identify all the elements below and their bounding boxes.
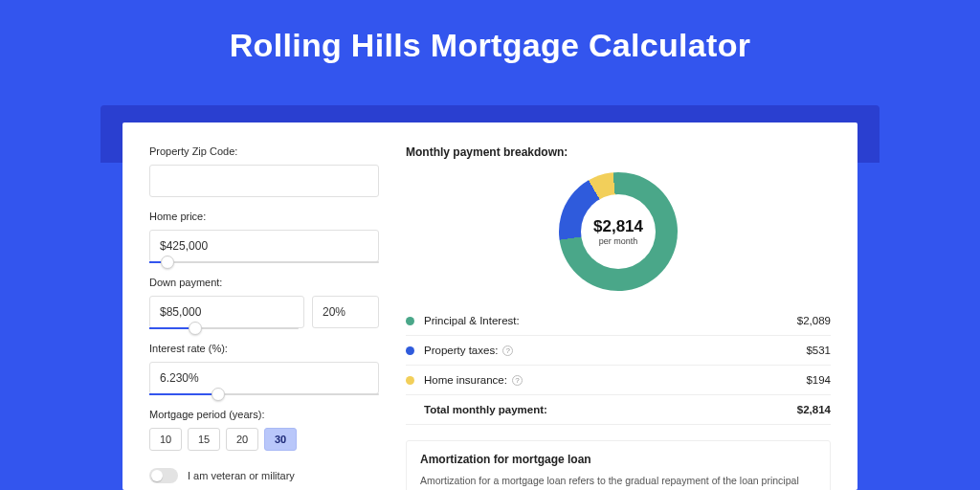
breakdown-title: Monthly payment breakdown:: [406, 145, 831, 159]
field-mortgage-period: Mortgage period (years): 10 15 20 30: [149, 409, 379, 451]
field-zip: Property Zip Code:: [149, 145, 379, 197]
donut-center-sub: per month: [599, 236, 638, 246]
legend-label: Principal & Interest:: [424, 315, 797, 326]
period-option-15[interactable]: 15: [188, 428, 220, 451]
legend-text: Home insurance:: [424, 374, 507, 386]
period-option-20[interactable]: 20: [226, 428, 258, 451]
legend-home-insurance: Home insurance: ? $194: [406, 366, 831, 395]
home-price-slider-thumb[interactable]: [161, 256, 174, 269]
page-title: Rolling Hills Mortgage Calculator: [0, 0, 980, 83]
interest-rate-slider-thumb[interactable]: [212, 388, 225, 401]
period-option-30[interactable]: 30: [264, 428, 297, 451]
period-option-10[interactable]: 10: [149, 428, 182, 451]
info-icon[interactable]: ?: [512, 375, 523, 386]
legend-label: Property taxes: ?: [424, 345, 806, 356]
legend-amount: $2,089: [797, 315, 831, 326]
legend-total-label: Total monthly payment:: [424, 404, 797, 415]
legend-total: Total monthly payment: $2,814: [406, 395, 831, 425]
down-payment-slider[interactable]: [149, 327, 299, 329]
interest-rate-slider[interactable]: [149, 393, 379, 395]
home-price-slider[interactable]: [149, 261, 379, 263]
home-price-input[interactable]: [149, 230, 379, 262]
legend-principal-interest: Principal & Interest: $2,089: [406, 306, 831, 336]
breakdown-column: Monthly payment breakdown: $2,814 per mo…: [406, 145, 831, 490]
field-home-price: Home price:: [149, 211, 379, 263]
amortization-box: Amortization for mortgage loan Amortizat…: [406, 440, 831, 490]
zip-label: Property Zip Code:: [149, 145, 379, 157]
legend-text: Property taxes:: [424, 345, 498, 356]
amortization-body: Amortization for a mortgage loan refers …: [420, 474, 816, 490]
field-interest-rate: Interest rate (%):: [149, 343, 379, 395]
interest-rate-label: Interest rate (%):: [149, 343, 379, 354]
veteran-label: I am veteran or military: [188, 470, 295, 481]
dot-icon: [406, 346, 414, 355]
mortgage-period-options: 10 15 20 30: [149, 428, 379, 451]
dot-icon: [406, 317, 414, 325]
donut-ring: $2,814 per month: [537, 150, 699, 312]
field-down-payment: Down payment:: [149, 277, 379, 329]
info-icon[interactable]: ?: [502, 345, 513, 356]
legend-amount: $531: [806, 345, 831, 356]
down-payment-slider-thumb[interactable]: [189, 322, 202, 335]
form-column: Property Zip Code: Home price: Down paym…: [149, 145, 379, 490]
legend-label: Home insurance: ?: [424, 374, 806, 386]
legend-property-taxes: Property taxes: ? $531: [406, 336, 831, 366]
amortization-title: Amortization for mortgage loan: [420, 453, 816, 466]
veteran-toggle[interactable]: [149, 468, 178, 483]
down-payment-pct-input[interactable]: [312, 296, 379, 328]
calculator-card: Property Zip Code: Home price: Down paym…: [122, 122, 858, 490]
dot-icon: [406, 376, 414, 385]
donut-center-value: $2,814: [593, 217, 643, 236]
zip-input[interactable]: [149, 165, 379, 197]
legend-amount: $194: [806, 374, 831, 386]
donut-hole: $2,814 per month: [581, 194, 656, 269]
down-payment-amount-input[interactable]: [149, 296, 304, 328]
interest-rate-input[interactable]: [149, 362, 379, 394]
breakdown-donut-chart: $2,814 per month: [406, 167, 831, 306]
legend-text: Principal & Interest:: [424, 315, 520, 326]
field-veteran: I am veteran or military: [149, 468, 379, 483]
mortgage-period-label: Mortgage period (years):: [149, 409, 379, 420]
home-price-label: Home price:: [149, 211, 379, 222]
legend-total-amount: $2,814: [797, 404, 831, 415]
down-payment-label: Down payment:: [149, 277, 379, 288]
